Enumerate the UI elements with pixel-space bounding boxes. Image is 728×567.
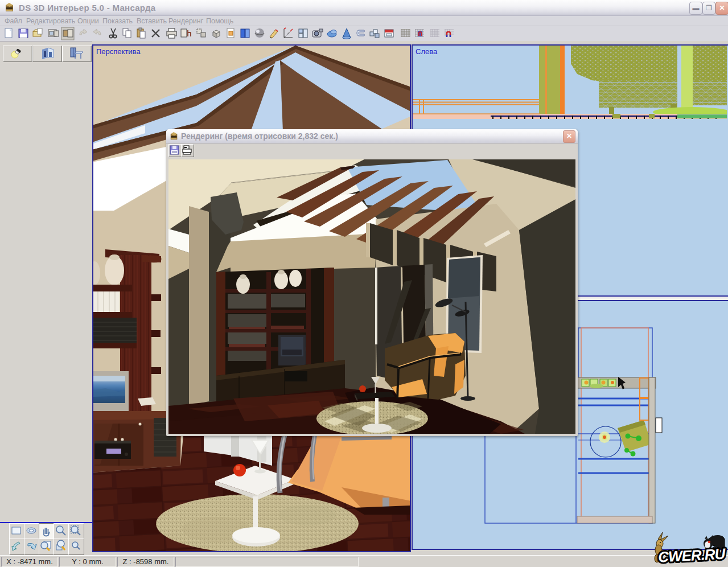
svg-text:CWER.RU: CWER.RU [657,545,726,566]
